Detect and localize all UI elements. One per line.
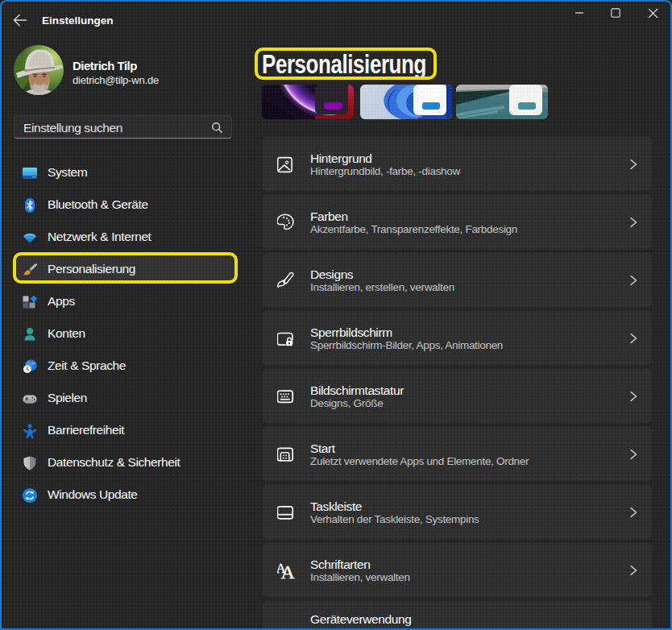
svg-text:A: A bbox=[281, 562, 296, 579]
